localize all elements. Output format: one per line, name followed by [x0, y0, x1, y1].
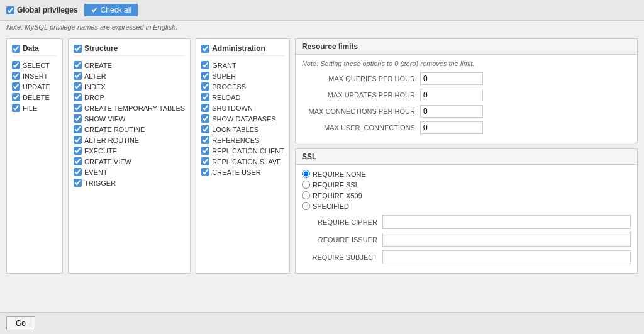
structure-item-checkbox[interactable] [74, 114, 82, 123]
ssl-field-row: REQUIRE CIPHER [302, 215, 631, 229]
resource-input[interactable] [420, 105, 483, 118]
structure-item-checkbox[interactable] [74, 136, 82, 144]
ssl-field-rows: REQUIRE CIPHER REQUIRE ISSUER REQUIRE SU… [302, 215, 631, 264]
data-item-checkbox[interactable] [12, 72, 20, 80]
resource-input[interactable] [420, 121, 483, 134]
structure-item: EVENT [74, 168, 185, 176]
structure-item-checkbox[interactable] [74, 125, 82, 133]
admin-item: SUPER [201, 72, 284, 80]
admin-item: REPLICATION CLIENT [201, 147, 284, 155]
resource-label: MAX QUERIES PER HOUR [302, 75, 415, 82]
admin-item-checkbox[interactable] [201, 168, 209, 176]
admin-item-checkbox[interactable] [201, 61, 209, 69]
resource-row: MAX QUERIES PER HOUR [302, 72, 631, 85]
administration-group-box: Administration GRANTSUPERPROCESSRELOADSH… [196, 38, 290, 274]
admin-item-checkbox[interactable] [201, 72, 209, 80]
ssl-field-label: REQUIRE CIPHER [302, 218, 377, 226]
admin-item-checkbox[interactable] [201, 157, 209, 165]
admin-item: RELOAD [201, 93, 284, 101]
structure-item: EXECUTE [74, 147, 185, 155]
resource-limits-section: Resource limits Note: Setting these opti… [295, 38, 638, 143]
ssl-field-label: REQUIRE SUBJECT [302, 253, 377, 261]
top-bar: Global privileges Check all [0, 0, 644, 21]
ssl-field-input[interactable] [382, 215, 631, 229]
data-item-checkbox[interactable] [12, 82, 20, 91]
structure-item: DROP [74, 93, 185, 101]
structure-items: CREATEALTERINDEXDROPCREATE TEMPORARY TAB… [74, 61, 185, 187]
structure-item-checkbox[interactable] [74, 72, 82, 80]
ssl-field-label: REQUIRE ISSUER [302, 236, 377, 243]
data-item-checkbox[interactable] [12, 104, 20, 112]
admin-item-checkbox[interactable] [201, 147, 209, 155]
ssl-radio[interactable] [302, 191, 310, 199]
right-panel: Resource limits Note: Setting these opti… [295, 38, 638, 274]
ssl-field-input[interactable] [382, 250, 631, 264]
resource-row: MAX CONNECTIONS PER HOUR [302, 105, 631, 118]
resource-input[interactable] [420, 72, 483, 85]
administration-group-header: Administration [201, 44, 284, 56]
admin-item: REPLICATION SLAVE [201, 157, 284, 165]
resource-row: MAX UPDATES PER HOUR [302, 89, 631, 101]
ssl-field-input[interactable] [382, 233, 631, 247]
data-group-checkbox[interactable] [12, 45, 20, 53]
mysql-note: Note: MySQL privilege names are expresse… [0, 21, 644, 33]
resource-input[interactable] [420, 89, 483, 101]
ssl-radio-item: REQUIRE SSL [302, 181, 631, 189]
admin-item-checkbox[interactable] [201, 82, 209, 91]
admin-item: GRANT [201, 61, 284, 69]
data-item: FILE [12, 104, 57, 112]
structure-item: CREATE [74, 61, 185, 69]
admin-item-checkbox[interactable] [201, 114, 209, 123]
ssl-radio[interactable] [302, 170, 310, 178]
structure-group-header: Structure [74, 44, 185, 56]
ssl-radio[interactable] [302, 202, 310, 210]
ssl-radio-item: REQUIRE NONE [302, 170, 631, 178]
structure-group-checkbox[interactable] [74, 45, 82, 53]
structure-item: TRIGGER [74, 179, 185, 187]
admin-item: CREATE USER [201, 168, 284, 176]
data-group-header: Data [12, 44, 57, 56]
admin-item: REFERENCES [201, 136, 284, 144]
resource-row: MAX USER_CONNECTIONS [302, 121, 631, 134]
data-item-checkbox[interactable] [12, 61, 20, 69]
ssl-radio-item: SPECIFIED [302, 202, 631, 210]
structure-item: SHOW VIEW [74, 114, 185, 123]
ssl-radio[interactable] [302, 181, 310, 189]
admin-item: SHUTDOWN [201, 104, 284, 112]
check-all-icon-checkbox [91, 6, 98, 14]
structure-item: CREATE ROUTINE [74, 125, 185, 133]
ssl-radio-item: REQUIRE X509 [302, 191, 631, 199]
admin-item-checkbox[interactable] [201, 136, 209, 144]
global-privileges-checkbox[interactable] [6, 6, 14, 14]
administration-items: GRANTSUPERPROCESSRELOADSHUTDOWNSHOW DATA… [201, 61, 284, 176]
structure-item-checkbox[interactable] [74, 147, 82, 155]
administration-group-checkbox[interactable] [201, 45, 209, 53]
structure-item: ALTER ROUTINE [74, 136, 185, 144]
admin-item-checkbox[interactable] [201, 93, 209, 101]
data-item: INSERT [12, 72, 57, 80]
structure-item-checkbox[interactable] [74, 104, 82, 112]
ssl-section: SSL REQUIRE NONEREQUIRE SSLREQUIRE X509S… [295, 148, 638, 274]
check-all-button[interactable]: Check all [84, 4, 138, 16]
admin-item-checkbox[interactable] [201, 104, 209, 112]
resource-limits-title: Resource limits [296, 39, 637, 55]
ssl-field-row: REQUIRE ISSUER [302, 233, 631, 247]
ssl-radio-items: REQUIRE NONEREQUIRE SSLREQUIRE X509SPECI… [302, 170, 631, 210]
data-items: SELECTINSERTUPDATEDELETEFILE [12, 61, 57, 112]
admin-item-checkbox[interactable] [201, 125, 209, 133]
global-privileges-label: Global privileges [6, 6, 78, 14]
structure-item-checkbox[interactable] [74, 93, 82, 101]
structure-item: INDEX [74, 82, 185, 91]
structure-item-checkbox[interactable] [74, 157, 82, 165]
structure-group-box: Structure CREATEALTERINDEXDROPCREATE TEM… [68, 38, 191, 274]
structure-item-checkbox[interactable] [74, 168, 82, 176]
structure-item-checkbox[interactable] [74, 61, 82, 69]
resource-label: MAX USER_CONNECTIONS [302, 124, 415, 131]
structure-item: CREATE TEMPORARY TABLES [74, 104, 185, 112]
structure-item-checkbox[interactable] [74, 82, 82, 91]
resource-limits-note: Note: Setting these options to 0 (zero) … [302, 60, 631, 67]
structure-item-checkbox[interactable] [74, 179, 82, 187]
ssl-title: SSL [296, 149, 637, 165]
resource-label: MAX CONNECTIONS PER HOUR [302, 108, 415, 115]
data-item-checkbox[interactable] [12, 93, 20, 101]
